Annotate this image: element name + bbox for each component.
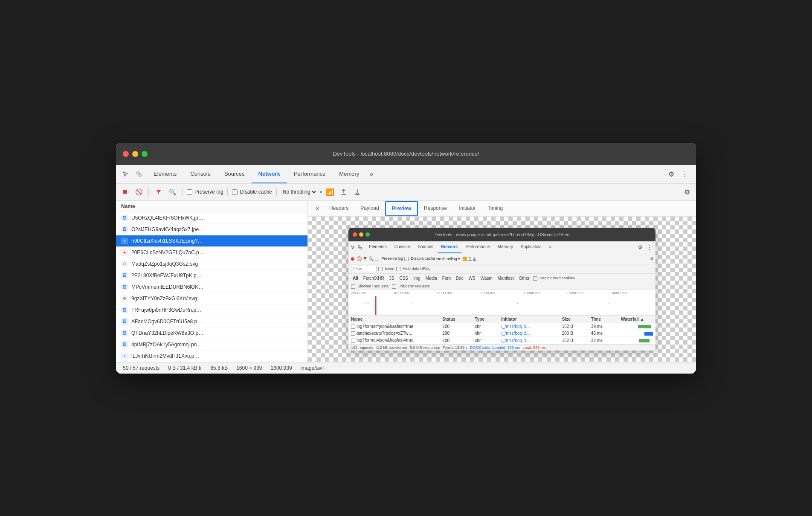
list-item[interactable]: 🖼 AFacMOgv6D0CFTr6U5e8.p… (116, 316, 307, 328)
inner-cursor-icon (350, 244, 356, 250)
disable-cache-checkbox[interactable]: Disable cache (232, 189, 272, 195)
inner-resources: 5.0 MB resources (410, 345, 440, 350)
inner-type-doc: Doc (454, 275, 465, 282)
toolbar-divider-4 (276, 188, 277, 196)
inner-close-button (353, 232, 357, 237)
more-options-icon[interactable]: ⋮ (679, 168, 691, 180)
file-type-icon: 🖼 (121, 272, 128, 279)
file-type-icon: ▪ (121, 353, 128, 359)
more-tabs-button[interactable]: » (366, 170, 377, 178)
tab-memory[interactable]: Memory (332, 165, 366, 183)
list-item[interactable]: ▪ lLJvrhNlJlrm2MvdHJ1Xvu.p… (116, 351, 307, 362)
inner-network-toolbar: ⏺ 🚫 🔍 Preserve log Disable cache No thro… (348, 253, 655, 264)
wifi-icon[interactable]: 📶 (325, 186, 336, 197)
maximize-button[interactable] (142, 151, 148, 157)
tab-response[interactable]: Response (418, 201, 453, 216)
list-item[interactable]: ● 20E6CLcSzNV2GELQu7oC.p… (116, 247, 307, 258)
inner-col-time: Time (589, 316, 618, 323)
devtools-body: Elements Console Sources Network Perform… (116, 165, 696, 374)
list-item[interactable]: 🖼 MPcVmmemtEEDURBN6lGK… (116, 281, 307, 293)
filter-icon[interactable] (153, 186, 164, 197)
svg-rect-2 (358, 246, 360, 247)
tab-console[interactable]: Console (183, 165, 218, 183)
inner-window-title: DevTools - news.google.com/topstories?hl… (435, 232, 569, 237)
status-requests: 50 / 57 requests (123, 365, 160, 371)
inner-maximize-button (365, 232, 370, 237)
inner-gear-icon: ⚙ (650, 256, 654, 261)
inner-status-bar: 102 requests 410 kB transferred 5.0 MB r… (348, 344, 655, 351)
list-item[interactable]: 🖼 2P2L80XfBoFWJFxU9TpK.p… (116, 270, 307, 281)
title-bar: DevTools - localhost:8080/docs/devtools/… (116, 143, 696, 165)
inner-row-initiator: /_/mss/boq-d… (499, 323, 560, 330)
list-item-selected[interactable]: ▪ h90CtfziXluvh1LSSKJE.png?… (116, 235, 307, 247)
record-button[interactable]: ⏺ (119, 186, 130, 197)
search-icon[interactable]: 🔍 (167, 186, 178, 197)
list-item[interactable]: 🖼 U5OHzQL4tEKFr6OFlxWK.jp… (116, 212, 307, 224)
throttle-select[interactable]: No throttling Fast 3G Slow 3G Offline (281, 188, 317, 195)
inspect-icon[interactable] (133, 168, 145, 180)
network-settings-icon[interactable]: ⚙ (682, 186, 693, 197)
inner-load: Load: 569 ms (522, 345, 546, 350)
inner-type-font: Font (441, 275, 452, 282)
close-button[interactable] (123, 151, 129, 157)
devtools-tabs-row: Elements Console Sources Network Perform… (116, 165, 696, 184)
inner-wifi-icon: 📶 (462, 257, 467, 261)
tab-timing[interactable]: Timing (482, 201, 509, 216)
file-name: 20E6CLcSzNV2GELQu7oC.p… (131, 249, 302, 255)
inner-red-line (375, 296, 376, 315)
settings-icon[interactable]: ⚙ (665, 168, 677, 180)
inner-row-status: 200 (440, 323, 472, 330)
tab-elements[interactable]: Elements (147, 165, 183, 183)
list-item[interactable]: ⚙ 9gzXiTYY0nZzBxGl6KrV.svg (116, 293, 307, 304)
inner-row-name: log?format=json&hasfast=true (348, 323, 440, 330)
upload-icon[interactable] (338, 186, 349, 197)
inner-third-party: 3rd-party requests (392, 284, 430, 289)
preview-close-button[interactable]: × (311, 201, 323, 216)
tab-preview[interactable]: Preview (385, 201, 418, 216)
download-icon[interactable] (352, 186, 363, 197)
preserve-log-input[interactable] (187, 189, 192, 195)
inner-table-row: log?format=json&hasfast=true 200 xhr /_/… (348, 323, 655, 330)
inner-row-time: 39 ms (589, 323, 618, 330)
network-toolbar: ⏺ 🚫 🔍 Preserve log Disable cache No thro… (116, 184, 696, 201)
status-bar: 50 / 57 requests 0 B / 31.4 kB tr 85.8 k… (116, 362, 696, 374)
tab-headers[interactable]: Headers (323, 201, 354, 216)
file-name: 9gzXiTYY0nZzBxGl6KrV.svg (131, 296, 302, 301)
inner-requests-count: 102 requests (351, 345, 373, 350)
inner-preserve-label: Preserve log (375, 256, 403, 261)
inner-devtools-screenshot: DevTools - news.google.com/topstories?hl… (348, 228, 655, 351)
disable-cache-input[interactable] (232, 189, 238, 195)
inner-row-name: log?format=json&hasfast=true (348, 337, 440, 344)
inner-disable-cache-label: Disable cache (404, 256, 435, 261)
traffic-lights (123, 151, 148, 157)
inner-settings-icon: ⚙ (636, 244, 644, 250)
minimize-button[interactable] (132, 151, 138, 157)
inner-col-waterfall: Waterfall ▲ (618, 316, 655, 323)
inner-row-status: 200 (440, 337, 472, 344)
list-item[interactable]: ⊘ MadqZslZpo1sj3qQ3GsZ.svg (116, 258, 307, 270)
tab-performance[interactable]: Performance (287, 165, 332, 183)
tab-network[interactable]: Network (252, 165, 287, 183)
inner-row-waterfall (618, 323, 655, 330)
list-item[interactable]: 🖼 QTDnaY32hLDipeRW8e3O.p… (116, 328, 307, 339)
tab-initiator[interactable]: Initiator (453, 201, 481, 216)
inner-type-css: CSS (397, 275, 410, 282)
inner-devtools-body: Elements Console Sources Network Perform… (348, 241, 655, 351)
file-name: TRFujw0pi0nHF3GwDuRn.p… (131, 307, 302, 313)
tab-sources[interactable]: Sources (218, 165, 252, 183)
cursor-icon[interactable] (119, 168, 131, 180)
file-name: 2P2L80XfBoFWJFxU9TpK.p… (131, 272, 302, 278)
inner-network-table: Name Status Type Initiator Size Time Wat… (348, 316, 655, 344)
inner-filter-icon (363, 257, 367, 261)
list-item[interactable]: 🖼 4pIMBj7zOAk1y5Agmmoj.pn… (116, 339, 307, 351)
status-dimensions: 1600 × 939 (236, 365, 262, 371)
preserve-log-checkbox[interactable]: Preserve log (187, 189, 223, 195)
tab-payload[interactable]: Payload (354, 201, 385, 216)
inner-tl-14000: 14000 ms (610, 291, 653, 295)
list-item[interactable]: 🖼 TRFujw0pi0nHF3GwDuRn.p… (116, 304, 307, 316)
clear-button[interactable]: 🚫 (133, 186, 144, 197)
file-type-icon: 🖼 (121, 215, 128, 221)
inner-col-status: Status (440, 316, 472, 323)
file-name: lLJvrhNlJlrm2MvdHJ1Xvu.p… (131, 353, 302, 359)
list-item[interactable]: 🖼 O2slJEHG9avKV4aqzSx7.jpe… (116, 224, 307, 235)
